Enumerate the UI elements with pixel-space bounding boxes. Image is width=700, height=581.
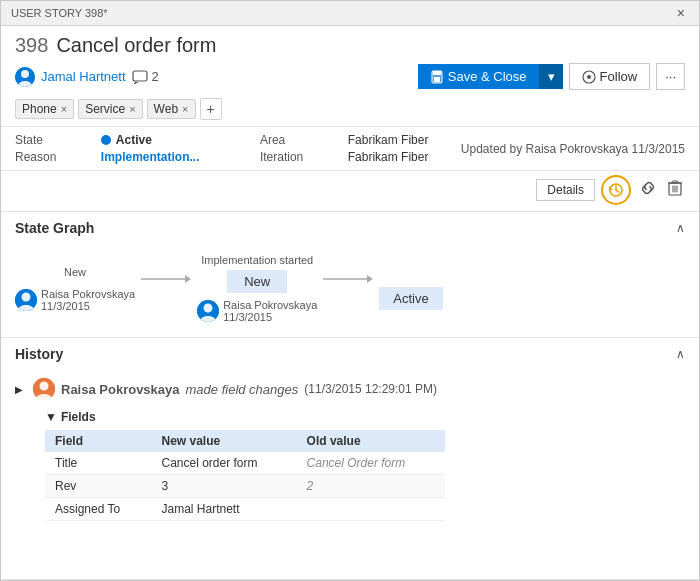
history-entry: ▶ Raisa Pokrovskaya made field changes (… bbox=[1, 370, 699, 537]
svg-point-1 bbox=[21, 70, 29, 78]
user-name[interactable]: Jamal Hartnett bbox=[41, 69, 126, 84]
old-value-title: Cancel Order form bbox=[297, 452, 445, 475]
tag-service: Service × bbox=[78, 99, 142, 119]
state-arrow-2 bbox=[317, 272, 379, 286]
svg-rect-11 bbox=[672, 181, 678, 183]
state-node-start: New Raisa Pokrovskaya 11/3/2015 bbox=[15, 266, 135, 312]
more-button[interactable]: ··· bbox=[656, 63, 685, 90]
updated-info: Updated by Raisa Pokrovskaya 11/3/2015 bbox=[461, 141, 685, 156]
reason-value: Implementation... bbox=[101, 150, 232, 164]
table-row: Rev 3 2 bbox=[45, 475, 445, 498]
state-date-1: 11/3/2015 bbox=[41, 300, 135, 312]
state-user-name-2: Raisa Pokrovskaya bbox=[223, 299, 317, 311]
state-label-new-top: New bbox=[64, 266, 86, 278]
title-bar-text: USER STORY 398* bbox=[11, 7, 108, 19]
history-header[interactable]: History ∧ bbox=[1, 338, 699, 370]
save-close-button[interactable]: Save & Close bbox=[418, 64, 539, 89]
tag-web-close[interactable]: × bbox=[182, 103, 188, 115]
follow-button[interactable]: Follow bbox=[569, 63, 651, 90]
story-title: Cancel order form bbox=[56, 34, 216, 57]
tag-phone-close[interactable]: × bbox=[61, 103, 67, 115]
add-tag-button[interactable]: + bbox=[200, 98, 222, 120]
avatar bbox=[15, 67, 35, 87]
state-node-new: Implementation started New Raisa Pokrovs… bbox=[197, 254, 317, 323]
new-value-assigned-to: Jamal Hartnett bbox=[151, 498, 296, 521]
details-row: Details bbox=[1, 171, 699, 212]
fields-changed-section: ▼ Fields Field New value Old value Title bbox=[15, 406, 685, 529]
story-title-row: 398 Cancel order form bbox=[15, 34, 685, 57]
tags-row: Phone × Service × Web × + bbox=[15, 98, 685, 120]
history-chevron: ∧ bbox=[676, 347, 685, 361]
field-rev: Rev bbox=[45, 475, 151, 498]
fields-area: State Active Area Fabrikam Fiber Reason … bbox=[1, 127, 699, 171]
area-label: Area bbox=[260, 133, 336, 147]
new-value-rev: 3 bbox=[151, 475, 296, 498]
tag-web: Web × bbox=[147, 99, 196, 119]
expand-triangle[interactable]: ▶ bbox=[15, 384, 23, 395]
history-avatar bbox=[33, 378, 55, 400]
state-box-active: Active bbox=[379, 287, 442, 310]
history-time: (11/3/2015 12:29:01 PM) bbox=[304, 382, 437, 396]
field-assigned-to: Assigned To bbox=[45, 498, 151, 521]
fields-changed-label: ▼ Fields bbox=[45, 410, 671, 424]
tag-service-close[interactable]: × bbox=[129, 103, 135, 115]
state-user-name-1: Raisa Pokrovskaya bbox=[41, 288, 135, 300]
toolbar-buttons: Save & Close ▾ Follow ··· bbox=[418, 63, 685, 90]
history-title: History bbox=[15, 346, 63, 362]
svg-point-17 bbox=[204, 304, 213, 313]
toolbar-row: Jamal Hartnett 2 Save & Close ▾ bbox=[15, 63, 685, 90]
svg-marker-15 bbox=[185, 275, 191, 283]
active-dot bbox=[101, 135, 111, 145]
svg-marker-19 bbox=[367, 275, 373, 283]
svg-rect-5 bbox=[434, 77, 440, 82]
history-icon-button[interactable] bbox=[601, 175, 631, 205]
state-user-2: Raisa Pokrovskaya 11/3/2015 bbox=[197, 299, 317, 323]
state-node-active: Active bbox=[379, 267, 442, 310]
state-graph-header[interactable]: State Graph ∧ bbox=[1, 212, 699, 244]
old-value-rev: 2 bbox=[297, 475, 445, 498]
iteration-label: Iteration bbox=[260, 150, 336, 164]
table-row: Title Cancel order form Cancel Order for… bbox=[45, 452, 445, 475]
col-old-value: Old value bbox=[297, 430, 445, 452]
fields-table: Field New value Old value Title Cancel o… bbox=[45, 430, 445, 521]
close-button[interactable]: × bbox=[673, 5, 689, 21]
reason-label: Reason bbox=[15, 150, 89, 164]
history-action: made field changes bbox=[186, 382, 299, 397]
header-area: 398 Cancel order form Jamal Hartnett bbox=[1, 26, 699, 127]
save-close-group: Save & Close ▾ bbox=[418, 64, 563, 89]
col-new-value: New value bbox=[151, 430, 296, 452]
state-arrow-1 bbox=[135, 272, 197, 286]
state-graph-content: New Raisa Pokrovskaya 11/3/2015 bbox=[1, 244, 699, 337]
link-button[interactable] bbox=[637, 177, 659, 203]
svg-point-21 bbox=[40, 382, 49, 391]
user-info: Jamal Hartnett 2 bbox=[15, 67, 159, 87]
story-id: 398 bbox=[15, 34, 48, 57]
fields-expand-triangle[interactable]: ▼ bbox=[45, 410, 57, 424]
history-user-name: Raisa Pokrovskaya bbox=[61, 382, 180, 397]
comment-count: 2 bbox=[152, 69, 159, 84]
save-close-dropdown[interactable]: ▾ bbox=[539, 64, 563, 89]
history-entry-header: ▶ Raisa Pokrovskaya made field changes (… bbox=[15, 378, 685, 400]
svg-rect-6 bbox=[433, 71, 441, 75]
col-field: Field bbox=[45, 430, 151, 452]
svg-point-8 bbox=[587, 75, 591, 79]
state-graph-chevron: ∧ bbox=[676, 221, 685, 235]
state-avatar-1 bbox=[15, 289, 37, 311]
comment-icon: 2 bbox=[132, 69, 159, 84]
iteration-value: Fabrikam Fiber bbox=[348, 150, 461, 164]
state-label-impl-top: Implementation started bbox=[201, 254, 313, 266]
delete-button[interactable] bbox=[665, 177, 685, 203]
state-user-details-2: Raisa Pokrovskaya 11/3/2015 bbox=[223, 299, 317, 323]
updated-text: Updated by Raisa Pokrovskaya 11/3/2015 bbox=[461, 142, 685, 156]
svg-rect-3 bbox=[133, 71, 147, 81]
state-label: State bbox=[15, 133, 89, 147]
table-row: Assigned To Jamal Hartnett bbox=[45, 498, 445, 521]
state-user-1: Raisa Pokrovskaya 11/3/2015 bbox=[15, 288, 135, 312]
field-title: Title bbox=[45, 452, 151, 475]
history-section: History ∧ ▶ Raisa Pokrovskaya made field… bbox=[1, 338, 699, 580]
state-graph-section: State Graph ∧ New Raisa Pokrovskaya 11/3… bbox=[1, 212, 699, 338]
state-date-2: 11/3/2015 bbox=[223, 311, 317, 323]
main-window: USER STORY 398* × 398 Cancel order form … bbox=[0, 0, 700, 581]
state-box-new: New bbox=[227, 270, 287, 293]
details-button[interactable]: Details bbox=[536, 179, 595, 201]
